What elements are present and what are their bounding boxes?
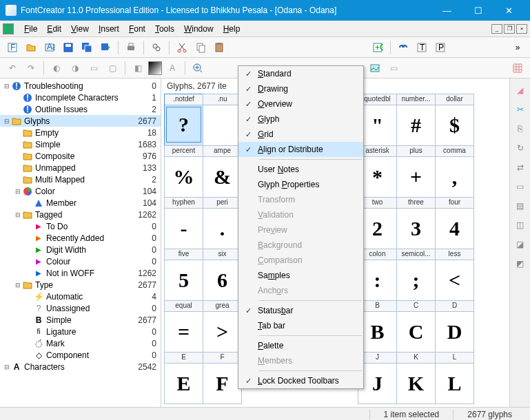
menu-item-glyph-properties[interactable]: Glyph Properties — [238, 177, 363, 192]
menu-item-lock-docked-toolbars[interactable]: ✓Lock Docked Toolbars — [238, 373, 363, 388]
tree-item[interactable]: fiLigature0 — [0, 326, 161, 337]
maximize-button[interactable]: ☐ — [462, 0, 493, 21]
glyph-cell[interactable]: three3 — [396, 197, 436, 249]
toolbar-overflow[interactable]: » — [509, 39, 526, 56]
tool-d[interactable]: ▢ — [104, 60, 121, 76]
view-toolbars-menu[interactable]: ✓Standard✓Drawing✓Overview✓Glyph✓Grid✓Al… — [238, 65, 364, 389]
glyph-cell[interactable]: four4 — [435, 197, 474, 249]
new-font-button[interactable]: F — [4, 39, 21, 56]
tree-item[interactable]: ⊟!Troubleshooting0 — [0, 80, 161, 92]
lock-icon[interactable]: ⇄ — [513, 160, 528, 175]
menu-item-statusbar[interactable]: ✓Statusbar — [238, 303, 363, 318]
glyph-cell[interactable]: KK — [396, 352, 436, 404]
paste-button[interactable] — [211, 39, 227, 56]
tree-item[interactable]: ◇Component0 — [0, 349, 161, 361]
tree-item[interactable]: ⊟Glyphs2677 — [0, 115, 161, 127]
menu-insert[interactable]: Insert — [94, 22, 124, 36]
find-button[interactable] — [148, 39, 165, 56]
refresh-icon[interactable]: ↻ — [513, 140, 528, 156]
page-icon[interactable]: ▭ — [513, 179, 528, 194]
menu-item-glyph[interactable]: ✓Glyph — [238, 112, 363, 127]
glyph-cell[interactable]: number...# — [396, 94, 436, 146]
merge-icon[interactable]: ◪ — [513, 237, 528, 252]
tree-item[interactable]: BSimple2677 — [0, 314, 161, 326]
mdi-close[interactable]: × — [516, 24, 527, 34]
menu-file[interactable]: File — [19, 22, 42, 36]
grid-toggle[interactable] — [509, 60, 526, 76]
tree-item[interactable]: ▶Digit Width0 — [0, 244, 161, 255]
mdi-minimize[interactable]: _ — [491, 24, 502, 34]
menu-item-tab-bar[interactable]: Tab bar — [238, 318, 363, 333]
glyph-cell[interactable]: hyphen- — [164, 197, 203, 249]
preview-button[interactable]: Aa — [41, 39, 58, 56]
zoom-in-button[interactable] — [190, 60, 206, 76]
tree-item[interactable]: ▶Colour0 — [0, 255, 161, 267]
menu-help[interactable]: Help — [218, 22, 245, 36]
tree-item[interactable]: Empty18 — [0, 127, 161, 138]
layer-icon[interactable]: ◫ — [513, 218, 528, 233]
tree-item[interactable]: ⊟ACharacters2542 — [0, 361, 161, 372]
menu-item-drawing[interactable]: ✓Drawing — [238, 81, 363, 96]
glyph-cell[interactable]: LL — [435, 352, 474, 404]
menu-item-palette[interactable]: Palette — [238, 338, 363, 353]
tool-a[interactable]: ◐ — [48, 60, 65, 76]
menu-item-align-or-distribute[interactable]: ✓Align or Distribute — [238, 142, 363, 157]
tree-item[interactable]: Composite976 — [0, 150, 161, 162]
save-all-button[interactable] — [79, 39, 95, 56]
glyph-cell[interactable]: six6 — [203, 249, 242, 301]
glyph-cell[interactable]: percent% — [164, 145, 203, 198]
split-icon[interactable]: ◩ — [513, 256, 528, 271]
rect-tool[interactable]: ▭ — [385, 60, 402, 76]
glyph-cell[interactable]: dollar$ — [435, 94, 474, 146]
tree-item[interactable]: ▶Not in WOFF1262 — [0, 267, 161, 279]
mdi-restore[interactable]: ❐ — [504, 24, 515, 34]
tool-c[interactable]: ▭ — [85, 60, 102, 76]
glyph-cell[interactable]: peri. — [203, 197, 242, 249]
tree-item[interactable]: ▶Recently Added0 — [0, 232, 161, 244]
copy-button[interactable] — [192, 39, 209, 56]
transform-t-button[interactable]: T — [414, 39, 430, 56]
minimize-button[interactable]: — — [431, 0, 462, 21]
cut-button[interactable] — [174, 39, 190, 56]
tool-b[interactable]: ◑ — [67, 60, 83, 76]
tree-item[interactable]: ⚡Automatic4 — [0, 291, 161, 302]
tree-item[interactable]: !Incomplete Characters1 — [0, 92, 161, 103]
text-a-button[interactable]: A — [164, 60, 181, 76]
glyph-cell[interactable]: comma, — [435, 145, 474, 198]
tree-item[interactable]: ?Unassigned0 — [0, 302, 161, 314]
menu-window[interactable]: Window — [179, 22, 218, 36]
glyph-cell[interactable]: DD — [435, 300, 474, 353]
glyph-cell[interactable]: semicol...; — [396, 249, 436, 301]
glyph-cell[interactable]: plus+ — [396, 145, 436, 198]
image-tool[interactable] — [367, 60, 383, 76]
menu-item-samples[interactable]: Samples — [238, 268, 363, 283]
glyph-cell[interactable]: FF — [203, 352, 242, 404]
tree-item[interactable]: ◌́Mark0 — [0, 337, 161, 349]
close-button[interactable]: ✕ — [493, 0, 524, 21]
category-tree[interactable]: ⊟!Troubleshooting0!Incomplete Characters… — [0, 78, 161, 407]
glyph-cell[interactable]: grea> — [203, 300, 242, 353]
glyph-cell[interactable]: ampe& — [203, 145, 242, 198]
undo-button[interactable]: ↶ — [4, 60, 21, 76]
tree-item[interactable]: Multi Mapped2 — [0, 174, 161, 185]
menu-view[interactable]: View — [66, 22, 94, 36]
glyph-cell[interactable]: less< — [435, 249, 474, 301]
link-button[interactable] — [395, 39, 411, 56]
tree-item[interactable]: Simple1683 — [0, 138, 161, 150]
menu-item-standard[interactable]: ✓Standard — [238, 66, 363, 81]
glyph-cell[interactable]: equal= — [164, 300, 203, 353]
tree-item[interactable]: Member104 — [0, 197, 161, 209]
export-button[interactable] — [97, 39, 114, 56]
tree-item[interactable]: ⊟Type2677 — [0, 279, 161, 291]
link-icon[interactable]: ✂ — [513, 102, 528, 117]
menu-edit[interactable]: Edit — [42, 22, 66, 36]
add-glyph-button[interactable]: +G — [369, 39, 386, 56]
glyph-cell[interactable]: five5 — [164, 249, 203, 301]
tree-item[interactable]: Unmapped133 — [0, 162, 161, 174]
glyph-cell[interactable]: EE — [164, 352, 203, 404]
eraser-icon[interactable]: ◢ — [513, 83, 528, 98]
tree-item[interactable]: ▶To Do0 — [0, 220, 161, 232]
glyph-cell[interactable]: .nu — [203, 94, 242, 146]
menu-item-overview[interactable]: ✓Overview — [238, 96, 363, 112]
print-button[interactable] — [123, 39, 139, 56]
